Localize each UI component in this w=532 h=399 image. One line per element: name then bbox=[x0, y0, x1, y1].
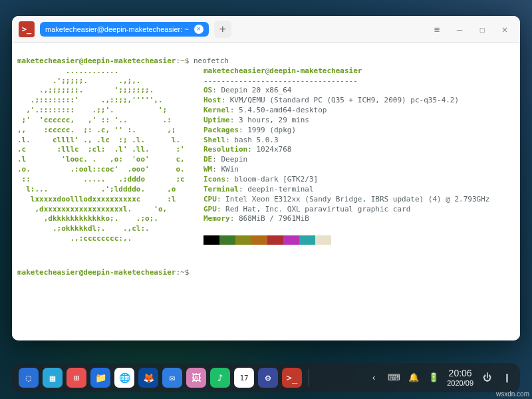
tab-title: maketecheasier@deepin-maketecheasier: ~ bbox=[45, 25, 189, 33]
new-tab-button[interactable]: + bbox=[214, 21, 231, 38]
system-tray: ‹ ⌨ 🔔 🔋 20:06 2020/09 ⏻ ❙ bbox=[367, 368, 513, 386]
taskbar: ◌▦⊞📁🌐🦊✉🖼♪17⚙>_ ‹ ⌨ 🔔 🔋 20:06 2020/09 ⏻ ❙ bbox=[12, 363, 520, 392]
prompt-userhost: maketecheasier@deepin-maketecheasier bbox=[17, 268, 176, 277]
terminal-output[interactable]: maketecheasier@deepin-maketecheasier:~$ … bbox=[12, 43, 520, 340]
watermark: wsxdn.com bbox=[496, 390, 529, 398]
keyboard-icon[interactable]: ⌨ bbox=[387, 371, 400, 384]
clock-time: 20:06 bbox=[447, 368, 473, 378]
taskbar-browser-deepin-icon[interactable]: 🌐 bbox=[114, 368, 134, 388]
taskbar-terminal-icon[interactable]: >_ bbox=[282, 368, 302, 388]
taskbar-photos-icon[interactable]: 🖼 bbox=[186, 368, 206, 388]
taskbar-firefox-icon[interactable]: 🦊 bbox=[138, 368, 158, 388]
clock-date: 2020/09 bbox=[447, 379, 473, 387]
terminal-app-icon: >_ bbox=[19, 21, 35, 37]
taskbar-appstore-icon[interactable]: ⊞ bbox=[66, 368, 86, 388]
menu-button[interactable]: ≡ bbox=[428, 21, 446, 38]
taskbar-separator bbox=[309, 369, 309, 386]
prompt-cwd: ~ bbox=[180, 57, 185, 65]
window-titlebar: >_ maketecheasier@deepin-maketecheasier:… bbox=[12, 16, 520, 43]
minimize-button[interactable]: — bbox=[451, 21, 468, 38]
notification-icon[interactable]: 🔔 bbox=[407, 371, 420, 384]
taskbar-multitask-icon[interactable]: ▦ bbox=[43, 368, 63, 388]
battery-icon[interactable]: 🔋 bbox=[427, 371, 440, 384]
clock[interactable]: 20:06 2020/09 bbox=[447, 368, 473, 386]
taskbar-settings-icon[interactable]: ⚙ bbox=[258, 368, 278, 388]
prompt-cwd: ~ bbox=[180, 268, 185, 277]
prompt-userhost: maketecheasier@deepin-maketecheasier bbox=[17, 57, 176, 65]
color-swatches bbox=[203, 235, 331, 245]
close-button[interactable]: ✕ bbox=[496, 21, 513, 38]
taskbar-launcher-icon[interactable]: ◌ bbox=[19, 368, 39, 388]
power-icon[interactable]: ⏻ bbox=[480, 371, 493, 384]
entered-command: neofetch bbox=[194, 57, 229, 65]
tray-expand-icon[interactable]: ‹ bbox=[367, 371, 380, 384]
neofetch-ascii-logo: ............ .';;;;;. .,;,. .,;;;;;;;. '… bbox=[17, 66, 203, 244]
tab-close-icon[interactable]: × bbox=[194, 25, 203, 34]
show-desktop-icon[interactable]: ❙ bbox=[500, 371, 513, 384]
neofetch-info: maketecheasier@deepin-maketecheasier----… bbox=[203, 66, 515, 248]
taskbar-calendar-icon[interactable]: 17 bbox=[234, 368, 254, 388]
taskbar-mail-icon[interactable]: ✉ bbox=[162, 368, 182, 388]
terminal-tab[interactable]: maketecheasier@deepin-maketecheasier: ~ … bbox=[40, 22, 209, 37]
maximize-button[interactable]: ☐ bbox=[473, 21, 491, 38]
neofetch-output: ............ .';;;;;. .,;,. .,;;;;;;;. '… bbox=[17, 66, 515, 248]
taskbar-files-icon[interactable]: 📁 bbox=[90, 368, 110, 388]
taskbar-music-icon[interactable]: ♪ bbox=[210, 368, 230, 388]
terminal-window: >_ maketecheasier@deepin-maketecheasier:… bbox=[12, 16, 520, 340]
